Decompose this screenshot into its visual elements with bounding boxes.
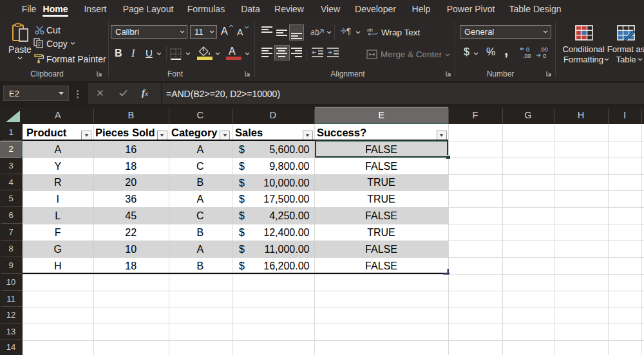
- svg-text:.00: .00: [523, 53, 531, 59]
- svg-text:ab: ab: [367, 27, 373, 33]
- svg-text:0: 0: [526, 46, 529, 53]
- svg-text:.00: .00: [540, 46, 548, 53]
- svg-text:0: 0: [543, 53, 546, 59]
